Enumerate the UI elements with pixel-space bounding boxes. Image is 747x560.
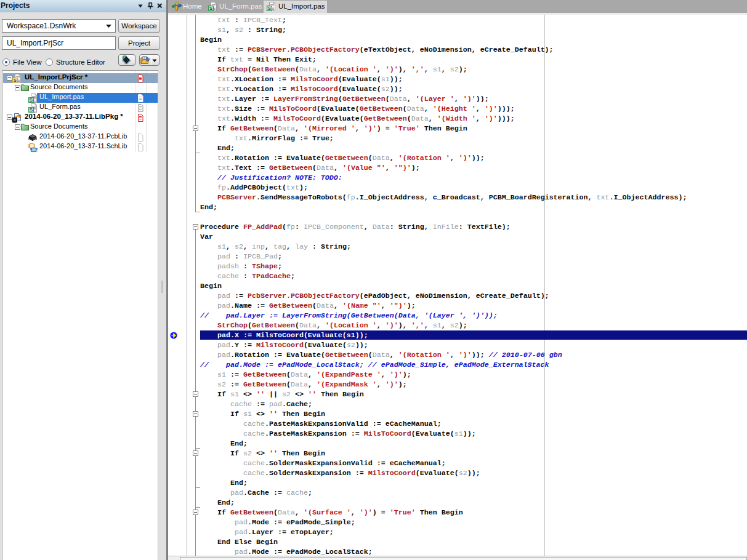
svg-text:S: S bbox=[30, 97, 33, 103]
svg-text:S: S bbox=[209, 6, 213, 11]
svg-text:S: S bbox=[268, 6, 272, 11]
svg-text:S: S bbox=[14, 78, 17, 83]
svg-text:S: S bbox=[30, 107, 33, 113]
